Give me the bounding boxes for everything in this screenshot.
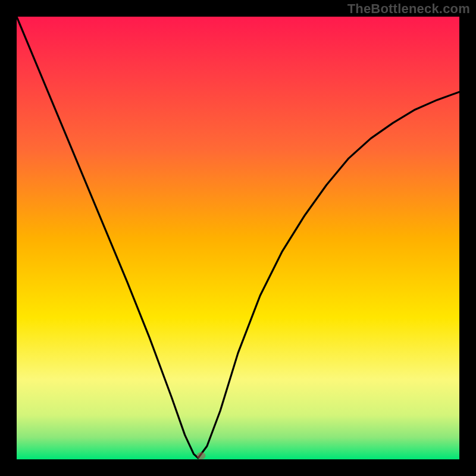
plot-area	[17, 17, 459, 459]
bottleneck-curve	[17, 17, 459, 459]
min-point-marker	[197, 452, 206, 459]
chart-frame: TheBottleneck.com	[0, 0, 476, 476]
watermark-label: TheBottleneck.com	[347, 1, 470, 17]
